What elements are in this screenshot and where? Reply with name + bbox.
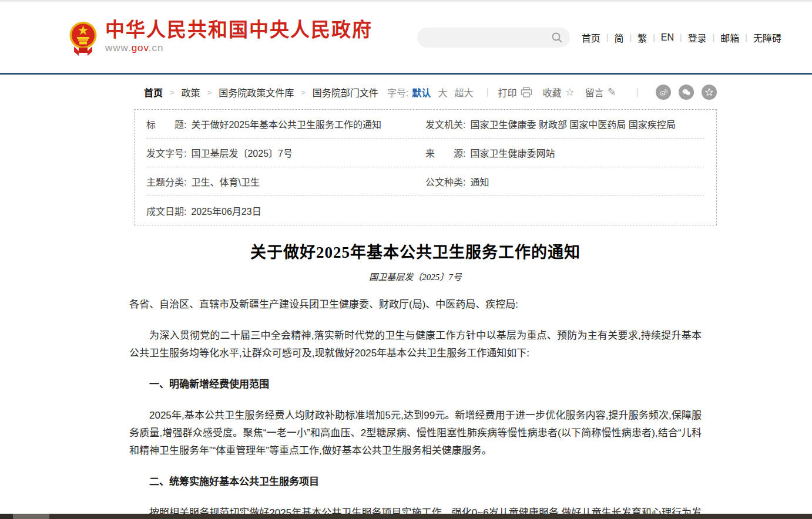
- nav-simplified[interactable]: 简: [613, 31, 625, 45]
- font-size-label: 字号:: [387, 85, 408, 99]
- nav-separator: |: [630, 33, 632, 42]
- share-icons: [648, 85, 717, 100]
- meta-label-doc-number: 发文字号:: [146, 146, 186, 160]
- search-icon[interactable]: [551, 32, 563, 43]
- nav-traditional[interactable]: 繁: [636, 31, 648, 45]
- meta-value-issuing-agency: 国家卫生健康委 财政部 国家中医药局 国家疾控局: [470, 117, 675, 131]
- comment-label: 留言: [585, 85, 604, 99]
- nav-separator: |: [745, 33, 747, 42]
- site-url: www.gov.cn: [105, 42, 373, 54]
- font-size-large-button[interactable]: 大: [438, 85, 447, 99]
- breadcrumb: 首页 > 政策 > 国务院政策文件库 > 国务院部门文件: [134, 85, 378, 99]
- chevron-right-icon: >: [207, 88, 212, 97]
- meta-value-title: 关于做好2025年基本公共卫生服务工作的通知: [191, 117, 381, 131]
- toolbar-separator: |: [636, 87, 639, 97]
- meta-row-category-type: 主题分类: 卫生、体育\卫生 公文种类: 通知: [146, 167, 704, 196]
- meta-label-date: 成文日期:: [146, 204, 186, 218]
- print-button[interactable]: 打印: [498, 85, 532, 99]
- nav-separator: |: [713, 33, 715, 42]
- meta-label-source: 来 源:: [425, 146, 465, 160]
- url-gov: gov: [132, 42, 149, 53]
- document-number: 国卫基层发〔2025〕7号: [129, 270, 702, 282]
- favorite-label: 收藏: [543, 85, 562, 99]
- toolbar-separator: |: [486, 87, 488, 97]
- meta-value-source: 国家卫生健康委网站: [470, 146, 555, 160]
- weibo-share-icon[interactable]: [656, 85, 671, 100]
- breadcrumb-item-policy[interactable]: 政策: [182, 85, 200, 99]
- meta-label-category: 主题分类:: [146, 174, 186, 188]
- nav-login[interactable]: 登录: [687, 31, 708, 45]
- article: 关于做好2025年基本公共卫生服务工作的通知 国卫基层发〔2025〕7号 各省、…: [129, 240, 702, 519]
- site-title-block: 中华人民共和国中央人民政府 www.gov.cn: [105, 19, 373, 54]
- site-logo[interactable]: 中华人民共和国中央人民政府 www.gov.cn: [69, 19, 373, 56]
- document-toolbar: 字号: 默认 大 超大 | 打印 收藏 ☆: [387, 85, 717, 100]
- page: 中华人民共和国中央人民政府 www.gov.cn 首页| 简| 繁| EN| 登…: [0, 0, 812, 519]
- breadcrumb-item-library[interactable]: 国务院政策文件库: [219, 85, 294, 99]
- paragraph-salutation: 各省、自治区、直辖市及新疆生产建设兵团卫生健康委、财政厅(局)、中医药局、疾控局…: [129, 296, 702, 314]
- nav-accessibility[interactable]: 无障碍: [752, 31, 783, 45]
- font-size-xlarge-button[interactable]: 超大: [454, 85, 473, 99]
- meta-label-doc-type: 公文种类:: [425, 174, 465, 188]
- header-divider: [0, 73, 812, 75]
- meta-row-title-agency: 标 题: 关于做好2025年基本公共卫生服务工作的通知 发文机关: 国家卫生健康…: [146, 110, 704, 139]
- meta-value-doc-type: 通知: [470, 174, 489, 188]
- search-input[interactable]: [417, 29, 551, 46]
- paragraph-intro: 为深入贯彻党的二十届三中全会精神,落实新时代党的卫生与健康工作方针中以基层为重点…: [129, 327, 702, 362]
- url-www: www.: [105, 42, 132, 53]
- national-emblem-icon: [69, 21, 97, 56]
- nav-home[interactable]: 首页: [581, 31, 602, 45]
- font-size-default-button[interactable]: 默认: [412, 85, 431, 99]
- meta-value-category: 卫生、体育\卫生: [191, 174, 259, 188]
- printer-icon: [521, 87, 532, 97]
- bottom-edge-bar: [0, 514, 812, 519]
- meta-label-issuing-agency: 发文机关:: [425, 117, 465, 131]
- favorite-button[interactable]: 收藏 ☆: [543, 85, 575, 99]
- nav-mail[interactable]: 邮箱: [719, 31, 740, 45]
- pencil-icon: ✎: [608, 87, 616, 97]
- search-box[interactable]: [417, 28, 570, 48]
- section-heading-2: 二、统筹实施好基本公共卫生服务项目: [129, 473, 702, 491]
- top-nav: 首页| 简| 繁| EN| 登录| 邮箱| 无障碍: [581, 31, 783, 45]
- url-cn: .cn: [149, 42, 164, 53]
- bottom-bar-segment: [0, 514, 13, 519]
- breadcrumb-item-home[interactable]: 首页: [144, 85, 163, 99]
- nav-separator: |: [653, 33, 655, 42]
- content-column: 首页 > 政策 > 国务院政策文件库 > 国务院部门文件 字号: 默认 大 超大…: [134, 86, 717, 519]
- nav-separator: |: [680, 33, 682, 42]
- meta-row-number-source: 发文字号: 国卫基层发〔2025〕7号 来 源: 国家卫生健康委网站: [146, 139, 704, 167]
- nav-separator: |: [606, 33, 609, 42]
- site-header: 中华人民共和国中央人民政府 www.gov.cn 首页| 简| 繁| EN| 登…: [0, 2, 812, 73]
- meta-row-date: 成文日期: 2025年06月23日: [146, 196, 704, 225]
- nav-english[interactable]: EN: [660, 32, 675, 43]
- section-heading-1: 一、明确新增经费使用范围: [129, 376, 702, 393]
- wechat-share-icon[interactable]: [679, 85, 694, 100]
- paragraph-section-1: 2025年,基本公共卫生服务经费人均财政补助标准增加5元,达到99元。新增经费用…: [129, 407, 702, 460]
- print-label: 打印: [498, 85, 517, 99]
- comment-button[interactable]: 留言 ✎: [585, 85, 616, 99]
- qzone-share-icon[interactable]: [702, 85, 717, 100]
- chevron-right-icon: >: [170, 88, 175, 97]
- document-title: 关于做好2025年基本公共卫生服务工作的通知: [129, 240, 702, 262]
- meta-label-title: 标 题:: [146, 117, 186, 131]
- chevron-right-icon: >: [301, 88, 306, 97]
- document-meta-table: 标 题: 关于做好2025年基本公共卫生服务工作的通知 发文机关: 国家卫生健康…: [134, 109, 717, 225]
- bottom-bar-segment: [13, 514, 49, 519]
- meta-value-doc-number: 国卫基层发〔2025〕7号: [191, 146, 293, 160]
- breadcrumb-item-department-docs[interactable]: 国务院部门文件: [313, 85, 378, 99]
- meta-value-date: 2025年06月23日: [191, 204, 261, 218]
- star-outline-icon: ☆: [565, 87, 575, 97]
- breadcrumb-toolbar-row: 首页 > 政策 > 国务院政策文件库 > 国务院部门文件 字号: 默认 大 超大…: [134, 86, 717, 99]
- site-title: 中华人民共和国中央人民政府: [105, 19, 373, 41]
